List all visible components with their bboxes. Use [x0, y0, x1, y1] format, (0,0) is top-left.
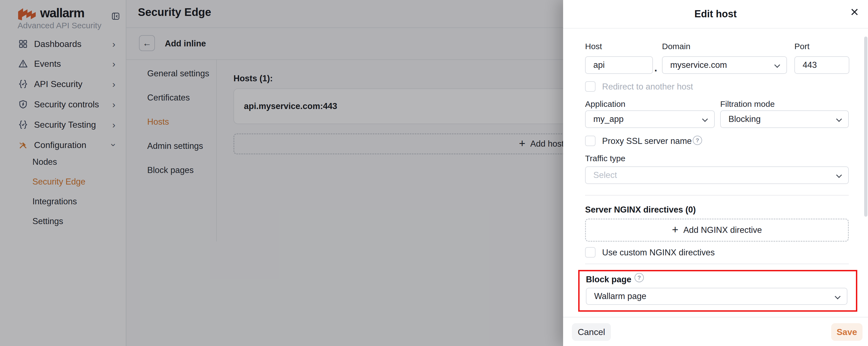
nginx-directives-heading: Server NGINX directives (0) — [585, 205, 696, 215]
plus-icon: + — [672, 224, 678, 235]
block-page-label: Block page — [586, 275, 631, 284]
host-domain-separator: . — [654, 62, 657, 74]
save-button[interactable]: Save — [831, 323, 863, 341]
chevron-down-icon — [835, 293, 840, 299]
chevron-down-icon — [836, 116, 842, 122]
chevron-down-icon — [836, 172, 842, 178]
custom-nginx-checkbox-label: Use custom NGINX directives — [602, 248, 715, 258]
filtration-mode-label: Filtration mode — [720, 99, 775, 109]
help-icon[interactable]: ? — [693, 136, 702, 145]
redirect-checkbox-label: Redirect to another host — [602, 82, 693, 92]
host-input[interactable]: api — [585, 56, 653, 74]
block-page-select-value: Wallarm page — [594, 291, 646, 301]
custom-nginx-checkbox[interactable] — [585, 247, 595, 258]
traffic-type-select[interactable]: Select — [585, 166, 849, 184]
traffic-type-placeholder: Select — [593, 170, 617, 180]
host-field-label: Host — [585, 42, 602, 51]
help-glyph: ? — [638, 274, 641, 281]
edit-host-drawer: Edit host × Host Domain Port api . myser… — [563, 0, 868, 346]
filtration-mode-select-value: Blocking — [728, 114, 761, 124]
application-select-value: my_app — [593, 114, 623, 124]
application-label: Application — [585, 99, 625, 109]
section-divider — [585, 263, 849, 264]
save-button-label: Save — [837, 327, 857, 337]
app-root: wallarm Advanced API Security Dashboards… — [0, 0, 868, 346]
drawer-title: Edit host — [563, 8, 868, 20]
cancel-button[interactable]: Cancel — [572, 323, 611, 341]
application-select[interactable]: my_app — [585, 111, 715, 128]
chevron-down-icon — [774, 62, 780, 68]
add-nginx-directive-button[interactable]: + Add NGINX directive — [585, 219, 849, 242]
drawer-header-divider — [563, 28, 868, 29]
drawer-scrollbar[interactable] — [864, 36, 867, 217]
port-field-label: Port — [795, 42, 809, 51]
filtration-mode-select[interactable]: Blocking — [720, 111, 849, 128]
port-input-value: 443 — [803, 60, 817, 70]
redirect-checkbox[interactable] — [585, 81, 595, 92]
help-icon[interactable]: ? — [634, 273, 644, 282]
host-input-value: api — [593, 60, 604, 70]
chevron-down-icon — [702, 116, 708, 122]
close-icon[interactable]: × — [850, 3, 859, 20]
add-nginx-directive-label: Add NGINX directive — [683, 225, 762, 235]
cancel-button-label: Cancel — [578, 327, 605, 337]
block-page-select[interactable]: Wallarm page — [586, 288, 847, 305]
help-glyph: ? — [696, 137, 699, 144]
port-input[interactable]: 443 — [795, 56, 849, 74]
traffic-type-label: Traffic type — [585, 154, 625, 163]
section-divider — [585, 195, 849, 195]
domain-select-value: myservice.com — [670, 60, 727, 70]
domain-field-label: Domain — [662, 42, 690, 51]
domain-select[interactable]: myservice.com — [662, 56, 787, 74]
proxy-ssl-checkbox-label: Proxy SSL server name — [602, 136, 692, 146]
proxy-ssl-checkbox[interactable] — [585, 136, 595, 146]
drawer-footer-divider — [563, 317, 868, 317]
